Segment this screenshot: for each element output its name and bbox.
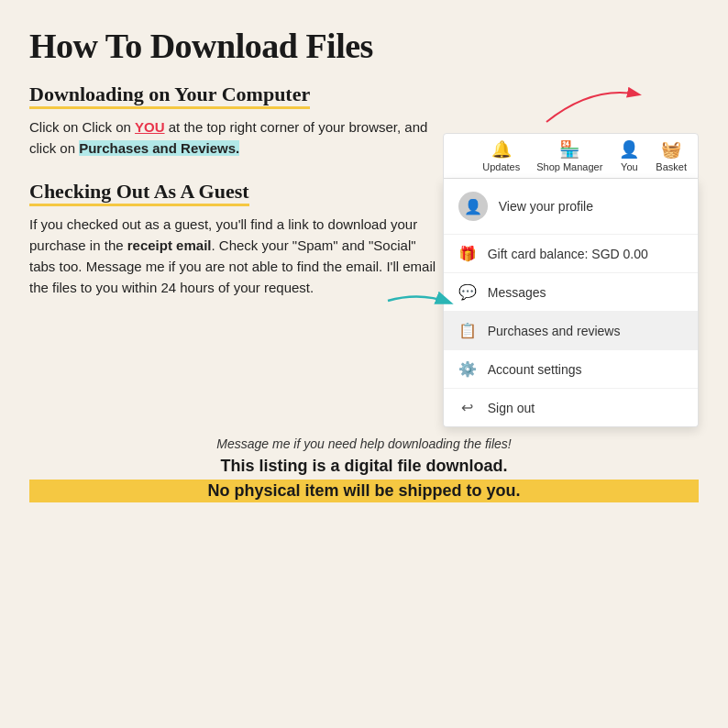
dropdown-panel: 👤 View your profile 🎁 Gift card balance:… [443, 179, 699, 427]
section2-block: Checking Out As A Guest If you checked o… [29, 180, 443, 299]
user-icon: 👤 [619, 139, 639, 160]
main-title: How To Download Files [29, 26, 699, 66]
nav-basket[interactable]: 🧺 Basket [656, 139, 687, 172]
sign-out-item[interactable]: ↩ Sign out [444, 389, 698, 426]
nav-updates[interactable]: 🔔 Updates [482, 139, 520, 172]
avatar-icon: 👤 [464, 198, 482, 215]
shop-icon: 🏪 [559, 139, 579, 160]
nav-updates-label: Updates [482, 161, 520, 172]
receipt-email-bold: receipt email [127, 237, 212, 253]
section1-block: Downloading on Your Computer Click on Cl… [29, 83, 443, 160]
section2-title: Checking Out As A Guest [29, 180, 249, 206]
nav-you[interactable]: 👤 You [619, 139, 639, 172]
nav-shop-manager-label: Shop Manager [536, 161, 602, 172]
pr-highlight: Purchases and Reviews. [79, 140, 239, 156]
purchases-reviews-item[interactable]: 📋 Purchases and reviews [444, 312, 698, 350]
gift-card-item[interactable]: 🎁 Gift card balance: SGD 0.00 [444, 235, 698, 273]
nav-shop-manager[interactable]: 🏪 Shop Manager [536, 139, 602, 172]
avatar: 👤 [458, 192, 488, 221]
account-settings-item[interactable]: ⚙️ Account settings [444, 350, 698, 389]
basket-icon: 🧺 [661, 139, 681, 160]
purchases-reviews-text: Purchases and reviews [488, 324, 621, 338]
nav-you-label: You [621, 161, 638, 172]
view-profile-row[interactable]: 👤 View your profile [444, 179, 698, 235]
view-profile-text: View your profile [499, 199, 593, 214]
messages-item[interactable]: 💬 Messages [444, 273, 698, 312]
gift-icon: 🎁 [458, 245, 477, 262]
signout-icon: ↩ [458, 399, 477, 416]
text-part1: Click on Click on [29, 119, 135, 135]
section2-text: If you checked out as a guest, you'll fi… [29, 214, 443, 299]
settings-icon: ⚙️ [458, 360, 477, 378]
content-area: Downloading on Your Computer Click on Cl… [29, 83, 699, 427]
pink-arrow [537, 76, 647, 131]
nav-basket-label: Basket [656, 161, 687, 172]
sign-out-text: Sign out [488, 401, 535, 415]
italic-note: Message me if you need help downloading … [29, 436, 699, 451]
purchases-icon: 📋 [458, 322, 477, 339]
section1-title: Downloading on Your Computer [29, 83, 310, 109]
page: How To Download Files Downloading on You… [0, 0, 728, 728]
you-highlight: YOU [135, 119, 165, 135]
message-icon: 💬 [458, 283, 477, 301]
messages-text: Messages [488, 285, 546, 300]
bell-icon: 🔔 [491, 139, 512, 160]
digital-file-text: This listing is a digital file download. [29, 457, 699, 476]
account-settings-text: Account settings [488, 362, 582, 377]
navbar: 🔔 Updates 🏪 Shop Manager 👤 You 🧺 Basket [443, 133, 699, 179]
no-physical-text: No physical item will be shipped to you. [29, 480, 699, 502]
right-wrapper: 🔔 Updates 🏪 Shop Manager 👤 You 🧺 Basket [443, 133, 699, 427]
section1-text: Click on Click on YOU at the top right c… [29, 116, 443, 160]
left-column: Downloading on Your Computer Click on Cl… [29, 83, 443, 427]
gift-card-text: Gift card balance: SGD 0.00 [488, 247, 648, 261]
bottom-section: Message me if you need help downloading … [29, 436, 699, 502]
